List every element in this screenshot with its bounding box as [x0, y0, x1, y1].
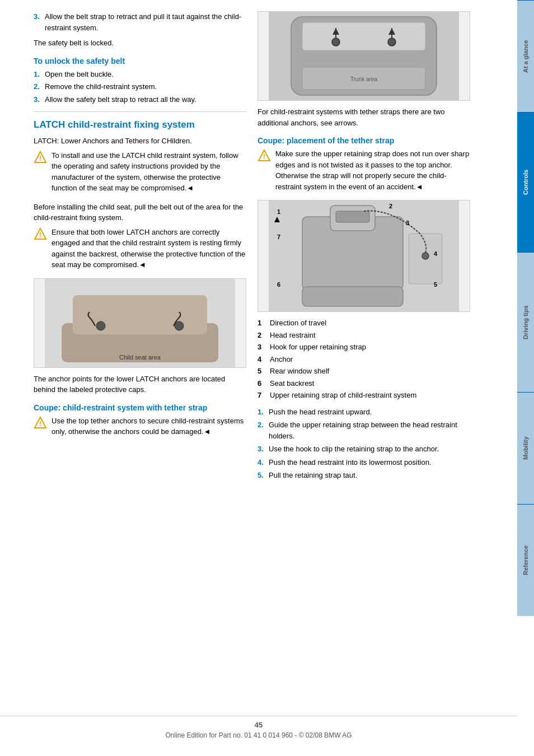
list-item: 3. Allow the safety belt strap to retrac… [34, 94, 246, 105]
warning-text-1: To install and use the LATCH child restr… [51, 150, 246, 194]
svg-point-16 [388, 38, 396, 46]
belt-pull-text: Before installing the child seat, pull t… [34, 202, 246, 223]
seat-numbered-diagram: 1 2 3 4 5 6 7 [257, 200, 470, 312]
svg-text:6: 6 [277, 281, 280, 288]
legend-item-4: 4 Anchor [257, 354, 470, 365]
step-5: 5. Pull the retaining strap taut. [257, 470, 470, 481]
warning-text-2: Ensure that both lower LATCH anchors are… [51, 227, 246, 270]
warning-block-2: ! Ensure that both lower LATCH anchors a… [34, 227, 246, 274]
right-column: Trunk area For child-restraint systems w… [257, 11, 470, 486]
warning-block-3: ! Use the top tether anchors to secure c… [34, 416, 246, 441]
step-2: 2. Guide the upper retaining strap betwe… [257, 419, 470, 441]
svg-text:!: ! [263, 153, 265, 161]
legend-item-2: 2 Head restraint [257, 330, 470, 341]
sidebar-tab-mobility[interactable]: Mobility [517, 392, 534, 504]
svg-text:!: ! [39, 231, 41, 239]
svg-text:Child seat area: Child seat area [119, 354, 161, 361]
step-3: 3. Use the hook to clip the retaining st… [257, 444, 470, 455]
main-content: 3. Allow the belt strap to retract and p… [0, 0, 517, 756]
svg-text:2: 2 [389, 203, 392, 209]
warning-block-1: ! To install and use the LATCH child res… [34, 150, 246, 197]
list-item: 1. Open the belt buckle. [34, 69, 246, 80]
step-4: 4. Push the head restraint into its lowe… [257, 457, 470, 468]
unlock-steps: 1. Open the belt buckle. 2. Remove the c… [34, 69, 246, 105]
svg-text:7: 7 [277, 234, 280, 240]
divider [34, 111, 246, 112]
sidebar-right: At a glance Controls Driving tips Mobili… [517, 0, 534, 756]
legend-item-5: 5 Rear window shelf [257, 366, 470, 377]
latch-heading: LATCH child-restraint fixing system [34, 119, 246, 131]
svg-text:4: 4 [434, 250, 438, 257]
warning-icon-1: ! [34, 151, 47, 164]
svg-rect-6 [73, 295, 207, 334]
warning-icon-4: ! [257, 149, 271, 162]
coupe-placement-heading: Coupe: placement of the tether strap [257, 136, 470, 145]
svg-point-7 [96, 321, 105, 330]
svg-rect-29 [302, 287, 403, 306]
svg-point-15 [332, 38, 340, 46]
svg-rect-28 [336, 211, 369, 222]
intro-steps: 3. Allow the belt strap to retract and p… [34, 11, 246, 33]
placement-steps: 1. Push the head restraint upward. 2. Gu… [257, 407, 470, 481]
two-column-layout: 3. Allow the belt strap to retract and p… [34, 11, 495, 486]
warning-text-4: Make sure the upper retaining strap does… [275, 148, 470, 192]
warning-icon-2: ! [34, 227, 47, 241]
svg-point-31 [422, 253, 429, 259]
step-1: 1. Push the head restraint upward. [257, 407, 470, 418]
anchor-text: The anchor points for the lower LATCH an… [34, 374, 246, 395]
svg-text:!: ! [39, 155, 41, 162]
legend-item-7: 7 Upper retaining strap of child-restrai… [257, 390, 470, 401]
locked-text: The safety belt is locked. [34, 38, 246, 49]
legend-item-3: 3 Hook for upper retaining strap [257, 342, 470, 353]
legend-item-1: 1 Direction of travel [257, 318, 470, 329]
svg-point-8 [175, 321, 184, 330]
warning-text-3: Use the top tether anchors to secure chi… [51, 416, 246, 437]
footer-text: Online Edition for Part no. 01 41 0 014 … [0, 731, 517, 739]
unlock-heading: To unlock the safety belt [34, 57, 246, 66]
list-item: 3. Allow the belt strap to retract and p… [34, 11, 246, 33]
latch-intro: LATCH: Lower Anchors and Tethers for CHi… [34, 136, 246, 147]
sidebar-tab-reference[interactable]: Reference [517, 504, 534, 616]
tether-caption: For child-restraint systems with tether … [257, 106, 470, 128]
tether-anchor-diagram: Trunk area [257, 11, 470, 101]
warning-icon-3: ! [34, 416, 47, 430]
svg-text:5: 5 [434, 281, 437, 288]
sidebar-tab-driving-tips[interactable]: Driving tips [517, 252, 534, 392]
left-column: 3. Allow the belt strap to retract and p… [34, 11, 246, 486]
sidebar-tab-controls[interactable]: Controls [517, 112, 534, 252]
svg-text:3: 3 [406, 220, 409, 226]
legend-list: 1 Direction of travel 2 Head restraint 3… [257, 318, 470, 401]
list-item: 2. Remove the child-restraint system. [34, 81, 246, 92]
legend-item-6: 6 Seat backrest [257, 378, 470, 389]
svg-text:!: ! [39, 420, 41, 428]
page-footer: 45 Online Edition for Part no. 01 41 0 0… [0, 716, 517, 739]
svg-text:1: 1 [277, 208, 280, 215]
warning-block-4: ! Make sure the upper retaining strap do… [257, 148, 470, 195]
sidebar-tab-at-a-glance[interactable]: At a glance [517, 0, 534, 112]
page-number: 45 [0, 721, 517, 729]
coupe-tether-heading: Coupe: child-restraint system with tethe… [34, 403, 246, 412]
svg-rect-14 [302, 22, 425, 50]
svg-text:Trunk area: Trunk area [350, 76, 377, 82]
latch-diagram: Child seat area [34, 278, 246, 368]
